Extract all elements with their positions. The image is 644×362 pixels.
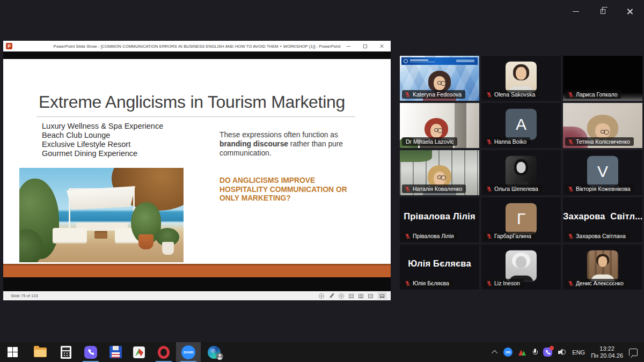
- tray-date: Пн 20.04.26: [591, 352, 623, 359]
- clock[interactable]: 13:22 Пн 20.04.26: [591, 345, 623, 359]
- powerpoint-app-icon: P: [6, 43, 12, 49]
- participant-tile[interactable]: Liz Ineson: [481, 245, 561, 290]
- slide-sorter-view-button[interactable]: [358, 294, 363, 298]
- slide-title: Extreme Anglicisms in Tourism Marketing: [39, 92, 361, 112]
- mic-muted-icon: [486, 92, 492, 98]
- participant-name-label: Наталія Коваленко: [402, 184, 466, 193]
- participant-name-label: Прівалова Лілія: [402, 232, 458, 240]
- participant-name-label: ГарбарГалина: [484, 232, 535, 240]
- ppt-close-button[interactable]: [378, 42, 385, 50]
- slide-body-text: These expressions often function as bran…: [219, 130, 349, 158]
- profile-photo-avatar: [506, 250, 537, 282]
- floppy-disk-icon: [109, 346, 122, 358]
- restore-button[interactable]: [596, 4, 610, 18]
- edge-button[interactable]: [202, 342, 226, 362]
- microphone-tray-icon[interactable]: [532, 349, 537, 356]
- close-button[interactable]: [623, 4, 636, 18]
- participant-tile[interactable]: Наталія Коваленко: [400, 150, 479, 195]
- zoom-app-button[interactable]: zoom: [176, 342, 201, 362]
- participant-tile[interactable]: Лариса Гопкало: [563, 56, 642, 101]
- windows-logo-icon: [8, 347, 18, 357]
- start-button[interactable]: [0, 342, 25, 362]
- powerpoint-title: PowerPoint Slide Show - [COMMON COMMUNIC…: [3, 44, 391, 49]
- profile-photo-avatar: [506, 156, 537, 187]
- mic-muted-icon: [486, 186, 492, 192]
- mic-muted-icon: [568, 92, 574, 98]
- participant-tile[interactable]: Г ГарбарГалина: [481, 197, 561, 242]
- speaker-tray-icon[interactable]: [558, 349, 566, 356]
- ppt-minimize-button[interactable]: [345, 42, 352, 50]
- participant-name-label: Тетяна Колісниченко: [565, 137, 634, 146]
- mic-muted-icon: [405, 186, 411, 192]
- normal-view-button[interactable]: [349, 294, 354, 298]
- pen-tool-button[interactable]: [329, 293, 334, 298]
- letter-avatar: V: [587, 156, 618, 187]
- minimize-button[interactable]: [569, 4, 583, 18]
- mic-muted-icon: [486, 233, 492, 239]
- slideshow-view-button[interactable]: [378, 292, 386, 299]
- mic-muted-icon: [486, 280, 492, 286]
- media-app-icon: [133, 346, 145, 359]
- participant-tile[interactable]: A Hanna Boiko: [481, 103, 561, 148]
- participant-tile[interactable]: Тетяна Колісниченко: [563, 103, 642, 148]
- reading-view-button[interactable]: [368, 294, 373, 298]
- participant-tile[interactable]: Olena Sakovska: [481, 56, 561, 101]
- zoom-tray-icon[interactable]: zm: [503, 348, 513, 357]
- mic-muted-icon: [405, 280, 411, 286]
- tray-expand-chevron-icon[interactable]: [492, 350, 497, 356]
- participant-tile[interactable]: Захарова Світл... Захарова Світлана: [563, 197, 642, 242]
- system-tray: zm ENG 13:22 Пн 20.04.26: [493, 342, 644, 362]
- slide-canvas[interactable]: Extreme Anglicisms in Tourism Marketing …: [3, 59, 391, 277]
- slide-bullet-list: Luxury Wellness & Spa Experience Beach C…: [42, 122, 163, 158]
- calculator-button[interactable]: [54, 342, 78, 362]
- profile-photo-avatar: [587, 250, 618, 282]
- slide-question-text: DO ANGLICISMS IMPROVE HOSPITALITY COMMUN…: [219, 176, 363, 203]
- file-explorer-button[interactable]: [28, 342, 53, 362]
- participant-tile[interactable]: V Вікторія Кожевнікова: [563, 150, 642, 195]
- title-divider: [36, 116, 355, 117]
- letter-avatar: Г: [506, 203, 537, 234]
- opera-icon: [158, 346, 170, 359]
- letter-avatar: A: [506, 109, 537, 140]
- ppt-maximize-button[interactable]: [361, 42, 369, 50]
- bullet-item: Luxury Wellness & Spa Experience: [42, 122, 163, 131]
- language-indicator[interactable]: ENG: [572, 349, 585, 356]
- viber-tray-icon[interactable]: [543, 348, 552, 357]
- action-center-icon[interactable]: [629, 349, 638, 356]
- powerpoint-titlebar: P PowerPoint Slide Show - [COMMON COMMUN…: [3, 41, 391, 51]
- zoom-window-controls: [569, 4, 640, 18]
- notification-badge: [550, 346, 554, 350]
- bullet-item: Gourmet Dining Experience: [42, 149, 163, 158]
- viber-button[interactable]: [78, 342, 103, 362]
- participant-gallery: Kateryna Fedosova Olena Sakovska Лариса …: [400, 56, 642, 290]
- mic-muted-icon: [568, 186, 574, 192]
- participant-tile-active-speaker[interactable]: Dr Mihaela Lazovic: [400, 103, 479, 148]
- viber-icon: [84, 346, 97, 359]
- red-green-tray-icon[interactable]: [518, 349, 526, 356]
- participant-tile[interactable]: Прівалова Лілія Прівалова Лілія: [400, 197, 479, 242]
- participant-name-label: Захарова Світлана: [565, 232, 630, 240]
- participant-tile[interactable]: Юлія Бєляєва Юлія Бєляєва: [400, 245, 479, 290]
- participant-name-label: Юлія Бєляєва: [402, 279, 453, 287]
- tray-time: 13:22: [591, 345, 623, 352]
- mic-muted-icon: [568, 139, 574, 145]
- mic-muted-icon: [568, 233, 574, 239]
- participant-name-label: Liz Ineson: [484, 279, 524, 287]
- participant-tile[interactable]: Денис Алексєєнко: [563, 245, 642, 290]
- opera-button[interactable]: [151, 342, 176, 362]
- next-slide-button[interactable]: [339, 293, 344, 299]
- media-app-button[interactable]: [127, 342, 151, 362]
- mic-muted-icon: [405, 92, 411, 98]
- previous-slide-button[interactable]: [319, 293, 324, 299]
- participant-name-label: Kateryna Fedosova: [402, 90, 465, 99]
- slide-number-label: Slide 75 of 133: [11, 293, 38, 298]
- university-banner: [401, 57, 478, 65]
- participant-tile[interactable]: Kateryna Fedosova: [400, 56, 479, 101]
- mic-muted-icon: [405, 233, 411, 239]
- powerpoint-shared-window: P PowerPoint Slide Show - [COMMON COMMUN…: [3, 41, 391, 300]
- beach-lounge-photo: [19, 168, 184, 262]
- participant-display-name: Захарова Світл...: [563, 211, 642, 221]
- participant-tile[interactable]: Ольга Шепелева: [481, 150, 561, 195]
- save-app-button[interactable]: [103, 342, 128, 362]
- profile-photo-avatar: [506, 62, 537, 93]
